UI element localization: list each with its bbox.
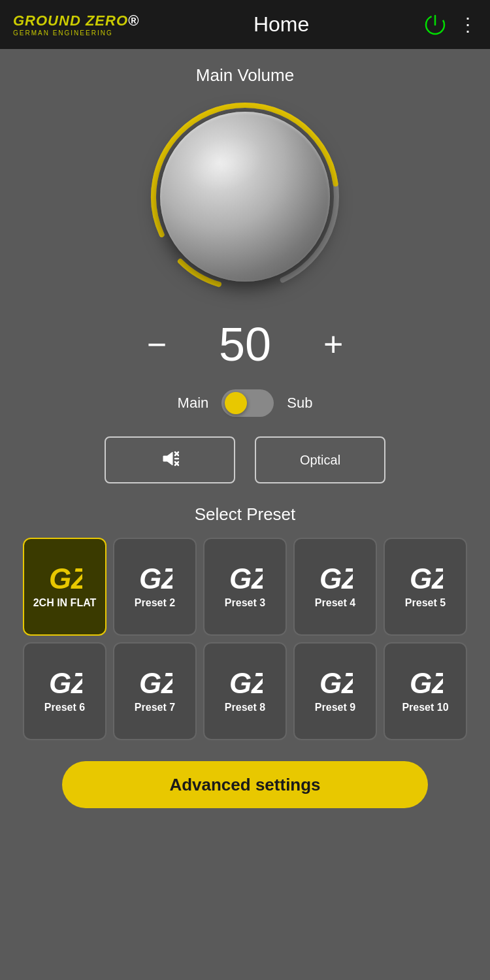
- preset-item-1[interactable]: GZ2CH IN FLAT: [23, 538, 106, 636]
- preset-name: Preset 2: [135, 596, 175, 609]
- preset-item-6[interactable]: GZPreset 6: [23, 642, 106, 740]
- preset-item-2[interactable]: GZPreset 2: [113, 538, 197, 636]
- volume-value: 50: [206, 318, 284, 371]
- logo-sub: GERMAN ENGINEERING: [13, 29, 139, 37]
- preset-name: Preset 9: [315, 701, 355, 713]
- preset-item-5[interactable]: GZPreset 5: [384, 538, 467, 636]
- volume-increase-button[interactable]: +: [323, 327, 343, 361]
- toggle-knob: [225, 392, 247, 414]
- main-content: Main Volume − 50 + Main Sub: [0, 49, 490, 980]
- preset-name: Preset 3: [225, 596, 265, 609]
- header-icons: ⋮: [423, 13, 477, 37]
- svg-text:GZ: GZ: [139, 564, 172, 593]
- logo: GROUND ZERO® GERMAN ENGINEERING: [13, 12, 139, 37]
- logo-main: GROUND ZERO®: [13, 12, 139, 29]
- gz-logo-icon: GZ: [47, 564, 82, 593]
- preset-name: Preset 6: [44, 701, 85, 713]
- preset-item-4[interactable]: GZPreset 4: [293, 538, 377, 636]
- gz-logo-icon: GZ: [47, 668, 82, 697]
- preset-name: 2CH IN FLAT: [33, 596, 97, 609]
- gz-logo-icon: GZ: [318, 564, 353, 593]
- preset-item-9[interactable]: GZPreset 9: [293, 642, 377, 740]
- svg-text:GZ: GZ: [410, 564, 443, 593]
- optical-button[interactable]: Optical: [255, 436, 385, 483]
- gz-logo-icon: GZ: [137, 668, 172, 697]
- gz-logo-icon: GZ: [137, 564, 172, 593]
- gz-logo-icon: GZ: [408, 564, 443, 593]
- preset-name: Preset 10: [402, 701, 448, 713]
- svg-text:GZ: GZ: [49, 668, 82, 697]
- volume-controls: − 50 +: [147, 318, 344, 371]
- more-options-icon[interactable]: ⋮: [459, 14, 477, 35]
- svg-text:GZ: GZ: [49, 564, 82, 593]
- input-buttons: Optical: [105, 436, 385, 483]
- knob-body: [160, 112, 330, 282]
- power-icon[interactable]: [423, 13, 447, 37]
- preset-name: Preset 7: [135, 701, 175, 713]
- gz-logo-icon: GZ: [408, 668, 443, 697]
- sub-label: Sub: [287, 395, 312, 412]
- optical-label: Optical: [300, 453, 340, 468]
- main-sub-toggle[interactable]: [221, 389, 274, 417]
- svg-text:GZ: GZ: [139, 668, 172, 697]
- preset-item-8[interactable]: GZPreset 8: [203, 642, 287, 740]
- svg-text:GZ: GZ: [319, 668, 353, 697]
- preset-name: Preset 8: [225, 701, 265, 713]
- app-header: GROUND ZERO® GERMAN ENGINEERING Home ⋮: [0, 0, 490, 49]
- svg-text:GZ: GZ: [319, 564, 353, 593]
- main-sub-toggle-row: Main Sub: [178, 389, 313, 417]
- select-preset-label: Select Preset: [195, 504, 296, 525]
- preset-item-3[interactable]: GZPreset 3: [203, 538, 287, 636]
- preset-item-10[interactable]: GZPreset 10: [384, 642, 467, 740]
- preset-name: Preset 5: [405, 596, 446, 609]
- volume-knob[interactable]: [144, 95, 346, 298]
- mute-button[interactable]: [105, 436, 235, 483]
- svg-text:GZ: GZ: [229, 668, 263, 697]
- preset-item-7[interactable]: GZPreset 7: [113, 642, 197, 740]
- svg-text:GZ: GZ: [229, 564, 263, 593]
- gz-logo-icon: GZ: [318, 668, 353, 697]
- advanced-settings-button[interactable]: Advanced settings: [62, 761, 428, 808]
- preset-grid: GZ2CH IN FLATGZPreset 2GZPreset 3GZPrese…: [23, 538, 467, 740]
- knob-shine: [180, 126, 271, 202]
- volume-label: Main Volume: [196, 65, 294, 86]
- gz-logo-icon: GZ: [227, 564, 263, 593]
- svg-text:GZ: GZ: [410, 668, 443, 697]
- main-label: Main: [178, 395, 209, 412]
- svg-marker-4: [163, 452, 172, 465]
- gz-logo-icon: GZ: [227, 668, 263, 697]
- page-title: Home: [253, 12, 309, 37]
- volume-decrease-button[interactable]: −: [147, 327, 167, 361]
- speaker-icon: [161, 449, 179, 471]
- preset-name: Preset 4: [315, 596, 355, 609]
